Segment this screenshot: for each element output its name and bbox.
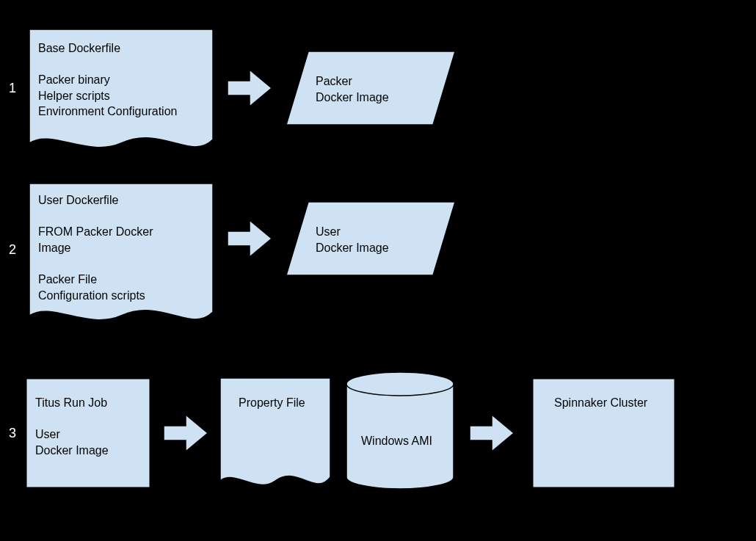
- user-docker-image-text: User Docker Image: [316, 224, 389, 255]
- row-label-3: 3: [9, 426, 16, 441]
- row-label-2: 2: [9, 242, 16, 258]
- windows-ami-cylinder: [345, 371, 455, 492]
- doc-line: Packer binary: [38, 72, 177, 88]
- arrow-icon: [228, 220, 272, 257]
- arrow-icon: [228, 70, 272, 106]
- doc-title: User Dockerfile: [38, 192, 153, 208]
- packer-docker-image-text: Packer Docker Image: [316, 73, 389, 105]
- property-file-text: Property File: [239, 395, 305, 411]
- user-dockerfile-text: User Dockerfile FROM Packer DockerImage …: [38, 192, 153, 303]
- svg-point-2: [346, 372, 454, 396]
- doc-subtitle: FROM Packer DockerImage: [38, 224, 153, 255]
- windows-ami-text: Windows AMI: [361, 433, 432, 449]
- arrow-icon: [470, 415, 514, 451]
- doc-line: Packer File: [38, 272, 153, 288]
- titus-run-job-text: Titus Run Job User Docker Image: [35, 395, 109, 458]
- spinnaker-cluster-text: Spinnaker Cluster: [554, 395, 647, 411]
- doc-line: Environment Configuration: [38, 104, 177, 120]
- row-label-1: 1: [9, 81, 16, 96]
- doc-line: Configuration scripts: [38, 288, 153, 304]
- arrow-icon: [164, 415, 208, 451]
- doc-line: Helper scripts: [38, 88, 177, 104]
- doc-title: Base Dockerfile: [38, 40, 177, 57]
- base-dockerfile-text: Base Dockerfile Packer binary Helper scr…: [38, 40, 177, 120]
